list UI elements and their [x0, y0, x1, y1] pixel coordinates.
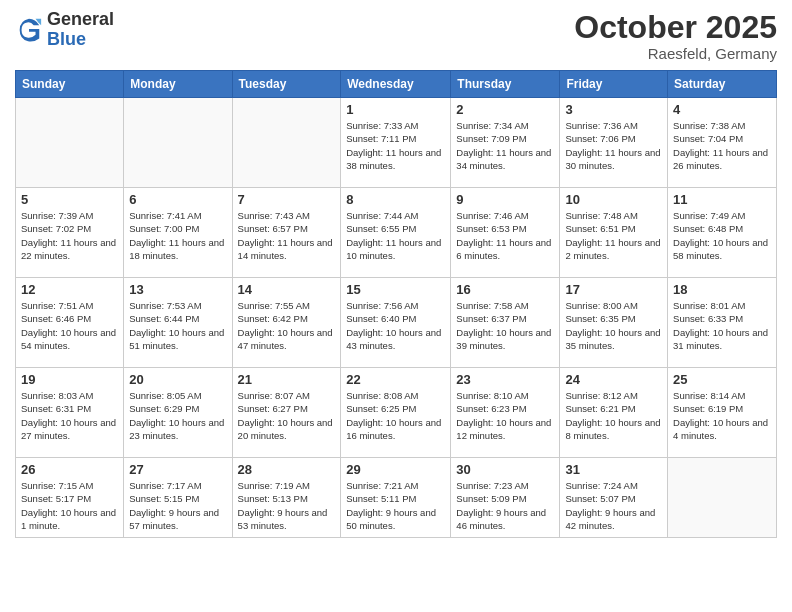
weekday-header-friday: Friday [560, 71, 668, 98]
calendar-cell: 16Sunrise: 7:58 AM Sunset: 6:37 PM Dayli… [451, 278, 560, 368]
logo-blue-text: Blue [47, 29, 86, 49]
day-number: 18 [673, 282, 771, 297]
calendar-cell: 8Sunrise: 7:44 AM Sunset: 6:55 PM Daylig… [341, 188, 451, 278]
week-row-5: 26Sunrise: 7:15 AM Sunset: 5:17 PM Dayli… [16, 458, 777, 538]
day-info: Sunrise: 7:43 AM Sunset: 6:57 PM Dayligh… [238, 209, 336, 262]
weekday-header-wednesday: Wednesday [341, 71, 451, 98]
day-number: 4 [673, 102, 771, 117]
calendar-cell: 9Sunrise: 7:46 AM Sunset: 6:53 PM Daylig… [451, 188, 560, 278]
calendar-cell: 17Sunrise: 8:00 AM Sunset: 6:35 PM Dayli… [560, 278, 668, 368]
day-info: Sunrise: 7:48 AM Sunset: 6:51 PM Dayligh… [565, 209, 662, 262]
day-info: Sunrise: 8:14 AM Sunset: 6:19 PM Dayligh… [673, 389, 771, 442]
calendar-cell: 27Sunrise: 7:17 AM Sunset: 5:15 PM Dayli… [124, 458, 232, 538]
day-number: 9 [456, 192, 554, 207]
day-number: 11 [673, 192, 771, 207]
calendar-cell: 28Sunrise: 7:19 AM Sunset: 5:13 PM Dayli… [232, 458, 341, 538]
day-info: Sunrise: 8:01 AM Sunset: 6:33 PM Dayligh… [673, 299, 771, 352]
calendar-cell [668, 458, 777, 538]
logo-icon [15, 16, 43, 44]
calendar-cell: 19Sunrise: 8:03 AM Sunset: 6:31 PM Dayli… [16, 368, 124, 458]
week-row-3: 12Sunrise: 7:51 AM Sunset: 6:46 PM Dayli… [16, 278, 777, 368]
calendar-cell: 3Sunrise: 7:36 AM Sunset: 7:06 PM Daylig… [560, 98, 668, 188]
calendar-cell: 14Sunrise: 7:55 AM Sunset: 6:42 PM Dayli… [232, 278, 341, 368]
weekday-header-monday: Monday [124, 71, 232, 98]
logo-general-text: General [47, 9, 114, 29]
calendar-cell: 25Sunrise: 8:14 AM Sunset: 6:19 PM Dayli… [668, 368, 777, 458]
day-number: 25 [673, 372, 771, 387]
calendar-cell: 29Sunrise: 7:21 AM Sunset: 5:11 PM Dayli… [341, 458, 451, 538]
calendar-cell: 5Sunrise: 7:39 AM Sunset: 7:02 PM Daylig… [16, 188, 124, 278]
calendar-cell: 30Sunrise: 7:23 AM Sunset: 5:09 PM Dayli… [451, 458, 560, 538]
calendar-cell [232, 98, 341, 188]
calendar-cell: 26Sunrise: 7:15 AM Sunset: 5:17 PM Dayli… [16, 458, 124, 538]
day-number: 15 [346, 282, 445, 297]
day-info: Sunrise: 8:03 AM Sunset: 6:31 PM Dayligh… [21, 389, 118, 442]
day-number: 22 [346, 372, 445, 387]
day-info: Sunrise: 7:17 AM Sunset: 5:15 PM Dayligh… [129, 479, 226, 532]
weekday-header-saturday: Saturday [668, 71, 777, 98]
weekday-header-thursday: Thursday [451, 71, 560, 98]
weekday-header-row: SundayMondayTuesdayWednesdayThursdayFrid… [16, 71, 777, 98]
day-info: Sunrise: 7:38 AM Sunset: 7:04 PM Dayligh… [673, 119, 771, 172]
logo: General Blue [15, 10, 114, 50]
calendar-cell [16, 98, 124, 188]
day-number: 26 [21, 462, 118, 477]
weekday-header-tuesday: Tuesday [232, 71, 341, 98]
day-info: Sunrise: 7:34 AM Sunset: 7:09 PM Dayligh… [456, 119, 554, 172]
calendar-cell: 24Sunrise: 8:12 AM Sunset: 6:21 PM Dayli… [560, 368, 668, 458]
day-info: Sunrise: 8:05 AM Sunset: 6:29 PM Dayligh… [129, 389, 226, 442]
calendar-cell: 20Sunrise: 8:05 AM Sunset: 6:29 PM Dayli… [124, 368, 232, 458]
day-number: 24 [565, 372, 662, 387]
day-info: Sunrise: 7:33 AM Sunset: 7:11 PM Dayligh… [346, 119, 445, 172]
title-block: October 2025 Raesfeld, Germany [574, 10, 777, 62]
day-number: 14 [238, 282, 336, 297]
day-number: 16 [456, 282, 554, 297]
day-info: Sunrise: 8:00 AM Sunset: 6:35 PM Dayligh… [565, 299, 662, 352]
day-info: Sunrise: 7:41 AM Sunset: 7:00 PM Dayligh… [129, 209, 226, 262]
day-info: Sunrise: 7:51 AM Sunset: 6:46 PM Dayligh… [21, 299, 118, 352]
day-info: Sunrise: 7:53 AM Sunset: 6:44 PM Dayligh… [129, 299, 226, 352]
calendar-cell: 21Sunrise: 8:07 AM Sunset: 6:27 PM Dayli… [232, 368, 341, 458]
day-number: 17 [565, 282, 662, 297]
day-number: 8 [346, 192, 445, 207]
day-number: 6 [129, 192, 226, 207]
calendar-cell: 11Sunrise: 7:49 AM Sunset: 6:48 PM Dayli… [668, 188, 777, 278]
calendar-cell: 4Sunrise: 7:38 AM Sunset: 7:04 PM Daylig… [668, 98, 777, 188]
calendar-cell: 6Sunrise: 7:41 AM Sunset: 7:00 PM Daylig… [124, 188, 232, 278]
calendar-cell: 10Sunrise: 7:48 AM Sunset: 6:51 PM Dayli… [560, 188, 668, 278]
month-title: October 2025 [574, 10, 777, 45]
calendar-cell: 31Sunrise: 7:24 AM Sunset: 5:07 PM Dayli… [560, 458, 668, 538]
day-info: Sunrise: 7:44 AM Sunset: 6:55 PM Dayligh… [346, 209, 445, 262]
day-number: 7 [238, 192, 336, 207]
day-number: 30 [456, 462, 554, 477]
day-info: Sunrise: 7:49 AM Sunset: 6:48 PM Dayligh… [673, 209, 771, 262]
header: General Blue October 2025 Raesfeld, Germ… [15, 10, 777, 62]
day-info: Sunrise: 7:24 AM Sunset: 5:07 PM Dayligh… [565, 479, 662, 532]
day-info: Sunrise: 7:46 AM Sunset: 6:53 PM Dayligh… [456, 209, 554, 262]
day-number: 3 [565, 102, 662, 117]
day-number: 20 [129, 372, 226, 387]
calendar-cell: 13Sunrise: 7:53 AM Sunset: 6:44 PM Dayli… [124, 278, 232, 368]
day-info: Sunrise: 7:39 AM Sunset: 7:02 PM Dayligh… [21, 209, 118, 262]
day-info: Sunrise: 8:07 AM Sunset: 6:27 PM Dayligh… [238, 389, 336, 442]
day-number: 1 [346, 102, 445, 117]
calendar-cell: 15Sunrise: 7:56 AM Sunset: 6:40 PM Dayli… [341, 278, 451, 368]
day-number: 13 [129, 282, 226, 297]
day-number: 5 [21, 192, 118, 207]
week-row-2: 5Sunrise: 7:39 AM Sunset: 7:02 PM Daylig… [16, 188, 777, 278]
day-info: Sunrise: 8:08 AM Sunset: 6:25 PM Dayligh… [346, 389, 445, 442]
calendar-cell: 22Sunrise: 8:08 AM Sunset: 6:25 PM Dayli… [341, 368, 451, 458]
day-info: Sunrise: 7:21 AM Sunset: 5:11 PM Dayligh… [346, 479, 445, 532]
calendar-cell: 18Sunrise: 8:01 AM Sunset: 6:33 PM Dayli… [668, 278, 777, 368]
day-number: 2 [456, 102, 554, 117]
day-info: Sunrise: 7:55 AM Sunset: 6:42 PM Dayligh… [238, 299, 336, 352]
day-info: Sunrise: 7:56 AM Sunset: 6:40 PM Dayligh… [346, 299, 445, 352]
week-row-4: 19Sunrise: 8:03 AM Sunset: 6:31 PM Dayli… [16, 368, 777, 458]
calendar-cell: 1Sunrise: 7:33 AM Sunset: 7:11 PM Daylig… [341, 98, 451, 188]
day-number: 10 [565, 192, 662, 207]
location: Raesfeld, Germany [574, 45, 777, 62]
week-row-1: 1Sunrise: 7:33 AM Sunset: 7:11 PM Daylig… [16, 98, 777, 188]
calendar-table: SundayMondayTuesdayWednesdayThursdayFrid… [15, 70, 777, 538]
day-number: 19 [21, 372, 118, 387]
day-number: 28 [238, 462, 336, 477]
